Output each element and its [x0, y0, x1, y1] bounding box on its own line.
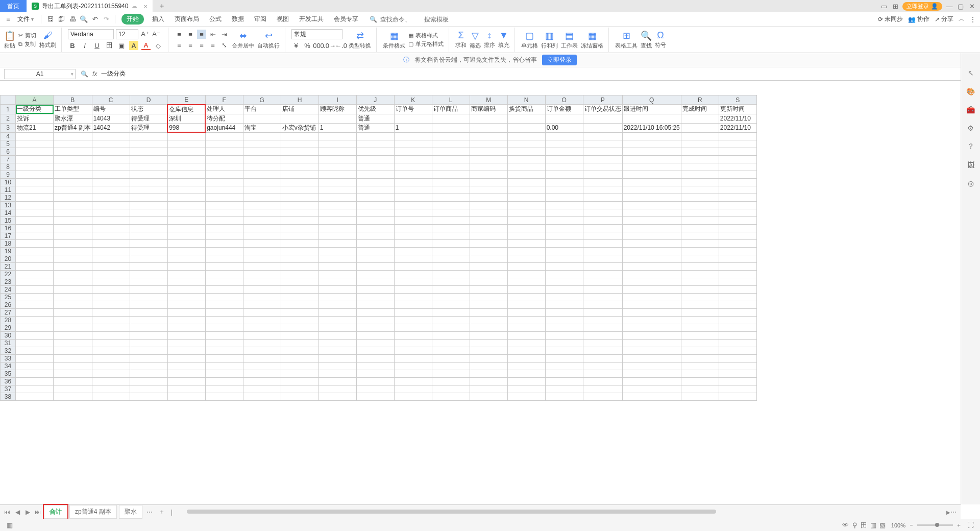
- dec-increase-icon[interactable]: .0→: [325, 41, 334, 50]
- cell-N37[interactable]: [507, 385, 545, 393]
- cell-Q25[interactable]: [622, 293, 681, 301]
- cell-P22[interactable]: [583, 270, 622, 278]
- cell-S5[interactable]: [719, 140, 756, 148]
- cell-C13[interactable]: [92, 201, 130, 209]
- print-preview-icon[interactable]: 🔍: [79, 15, 88, 24]
- cell-L6[interactable]: [432, 148, 470, 155]
- cell-S10[interactable]: [719, 178, 756, 186]
- sum-button[interactable]: Σ求和: [455, 30, 467, 49]
- sheet-tab-active[interactable]: 合计: [44, 505, 67, 519]
- cell-C32[interactable]: [92, 347, 130, 354]
- cell-R26[interactable]: [681, 301, 719, 308]
- cell-O17[interactable]: [545, 232, 583, 239]
- cell-A34[interactable]: [16, 362, 54, 370]
- cell-O38[interactable]: [545, 393, 583, 400]
- cell-D21[interactable]: [130, 262, 167, 270]
- sheet-nav-prev-icon[interactable]: ◀: [13, 509, 21, 516]
- cell-S20[interactable]: [719, 255, 756, 262]
- cell-L29[interactable]: [432, 324, 470, 331]
- cell-B35[interactable]: [54, 370, 92, 377]
- cell-G1[interactable]: 平台: [243, 105, 281, 114]
- cell-B24[interactable]: [54, 285, 92, 293]
- fill-color-icon[interactable]: ◇: [154, 41, 163, 50]
- cell-D8[interactable]: [130, 163, 167, 171]
- cell-P21[interactable]: [583, 262, 622, 270]
- row-header-7[interactable]: 7: [1, 155, 16, 163]
- redo-icon[interactable]: ↷: [102, 15, 111, 24]
- cell-H22[interactable]: [281, 270, 318, 278]
- cell-B10[interactable]: [54, 178, 92, 186]
- cell-L3[interactable]: [432, 123, 470, 132]
- cell-J26[interactable]: [356, 301, 394, 308]
- cell-F35[interactable]: [205, 370, 243, 377]
- cell-O4[interactable]: [545, 132, 583, 140]
- cell-B9[interactable]: [54, 171, 92, 178]
- cell-J18[interactable]: [356, 239, 394, 247]
- cell-F16[interactable]: [205, 224, 243, 232]
- collab-button[interactable]: 👥协作: [908, 15, 929, 23]
- cell-A3[interactable]: 物流21: [16, 123, 54, 132]
- cell-C20[interactable]: [92, 255, 130, 262]
- cell-P19[interactable]: [583, 247, 622, 255]
- col-header-C[interactable]: C: [92, 95, 130, 105]
- cell-E21[interactable]: [167, 262, 205, 270]
- cell-L35[interactable]: [432, 370, 470, 377]
- cell-Q9[interactable]: [622, 171, 681, 178]
- indent-dec-icon[interactable]: ⇤: [208, 30, 217, 39]
- cell-M19[interactable]: [470, 247, 507, 255]
- cell-Q2[interactable]: [622, 114, 681, 123]
- cell-R21[interactable]: [681, 262, 719, 270]
- ribbon-more-icon[interactable]: ⋮: [970, 16, 976, 23]
- cell-I11[interactable]: [318, 186, 356, 194]
- grid-icon[interactable]: ⊞: [891, 2, 899, 10]
- cell-Q26[interactable]: [622, 301, 681, 308]
- cell-A20[interactable]: [16, 255, 54, 262]
- cell-L26[interactable]: [432, 301, 470, 308]
- cell-R33[interactable]: [681, 354, 719, 362]
- cell-I3[interactable]: 1: [318, 123, 356, 132]
- cursor-icon[interactable]: ↖: [966, 68, 975, 78]
- cloud-login-button[interactable]: 立即登录: [542, 55, 577, 65]
- cell-F13[interactable]: [205, 201, 243, 209]
- cell-Q22[interactable]: [622, 270, 681, 278]
- cell-D30[interactable]: [130, 331, 167, 339]
- cell-F33[interactable]: [205, 354, 243, 362]
- cell-L31[interactable]: [432, 339, 470, 347]
- cell-D11[interactable]: [130, 186, 167, 194]
- cell-M8[interactable]: [470, 163, 507, 171]
- cell-M32[interactable]: [470, 347, 507, 354]
- cell-A5[interactable]: [16, 140, 54, 148]
- cell-M17[interactable]: [470, 232, 507, 239]
- cell-I9[interactable]: [318, 171, 356, 178]
- cell-P18[interactable]: [583, 239, 622, 247]
- cell-L2[interactable]: [432, 114, 470, 123]
- cell-N9[interactable]: [507, 171, 545, 178]
- cell-G36[interactable]: [243, 377, 281, 385]
- row-header-17[interactable]: 17: [1, 232, 16, 239]
- cell-A24[interactable]: [16, 285, 54, 293]
- cell-Q28[interactable]: [622, 316, 681, 324]
- cell-P8[interactable]: [583, 163, 622, 171]
- cell-R2[interactable]: [681, 114, 719, 123]
- cell-G30[interactable]: [243, 331, 281, 339]
- undo-icon[interactable]: ↶: [90, 15, 100, 24]
- cell-N19[interactable]: [507, 247, 545, 255]
- cell-C14[interactable]: [92, 209, 130, 216]
- cell-E3[interactable]: 998: [167, 123, 205, 132]
- cell-J17[interactable]: [356, 232, 394, 239]
- cell-P29[interactable]: [583, 324, 622, 331]
- cell-S26[interactable]: [719, 301, 756, 308]
- cell-P35[interactable]: [583, 370, 622, 377]
- cell-J27[interactable]: [356, 308, 394, 316]
- cell-F2[interactable]: 待分配: [205, 114, 243, 123]
- cell-M22[interactable]: [470, 270, 507, 278]
- cell-H6[interactable]: [281, 148, 318, 155]
- cell-H12[interactable]: [281, 194, 318, 201]
- cell-N17[interactable]: [507, 232, 545, 239]
- cell-L11[interactable]: [432, 186, 470, 194]
- cell-O3[interactable]: 0.00: [545, 123, 583, 132]
- cell-P10[interactable]: [583, 178, 622, 186]
- zoom-in-icon[interactable]: ＋: [956, 521, 962, 529]
- cell-O15[interactable]: [545, 216, 583, 224]
- cell-P37[interactable]: [583, 385, 622, 393]
